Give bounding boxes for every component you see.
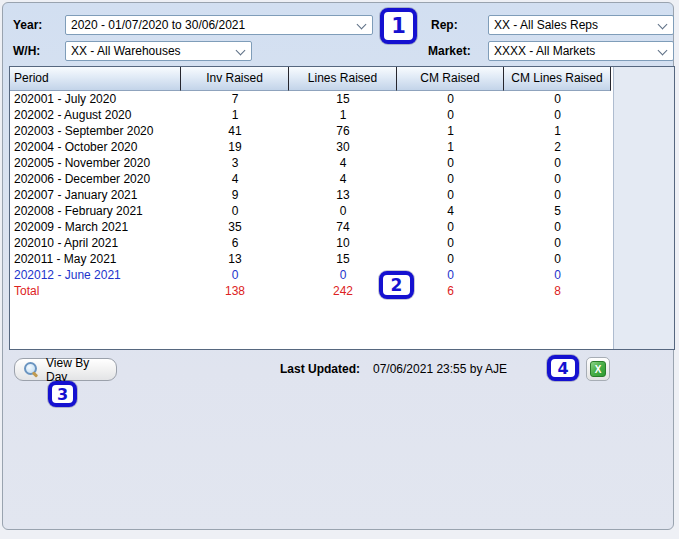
cell-inv-raised: 0 bbox=[181, 267, 289, 283]
table-row[interactable]: 202001 - July 2020 7 15 0 0 bbox=[10, 91, 674, 107]
cell-lines-raised: 10 bbox=[289, 235, 397, 251]
market-label: Market: bbox=[428, 44, 471, 58]
column-header-period[interactable]: Period bbox=[10, 67, 181, 91]
year-label: Year: bbox=[13, 18, 42, 32]
cell-lines-raised: 30 bbox=[289, 139, 397, 155]
cell-cm-lines-raised: 0 bbox=[504, 251, 611, 267]
view-by-day-button[interactable]: View By Day bbox=[14, 358, 117, 381]
cell-inv-raised: 6 bbox=[181, 235, 289, 251]
column-header-cm-lines-raised[interactable]: CM Lines Raised bbox=[504, 67, 611, 91]
cell-lines-raised: 13 bbox=[289, 187, 397, 203]
cell-cm-lines-raised: 0 bbox=[504, 235, 611, 251]
warehouse-select-value: XX - All Warehouses bbox=[71, 44, 181, 58]
magnifier-icon bbox=[24, 362, 39, 377]
last-updated-value: 07/06/2021 23:55 by AJE bbox=[373, 362, 507, 376]
cell-inv-raised: 4 bbox=[181, 171, 289, 187]
cell-cm-raised: 0 bbox=[397, 91, 504, 107]
export-to-excel-button[interactable]: X bbox=[586, 357, 610, 381]
cell-period: Total bbox=[10, 283, 181, 299]
market-select-value: XXXX - All Markets bbox=[494, 44, 595, 58]
table-total-row[interactable]: Total 138 242 6 8 bbox=[10, 283, 674, 299]
chevron-down-icon bbox=[658, 46, 668, 56]
grid-header-row: Period Inv Raised Lines Raised CM Raised… bbox=[10, 67, 674, 91]
cell-cm-lines-raised: 0 bbox=[504, 91, 611, 107]
cell-inv-raised: 41 bbox=[181, 123, 289, 139]
annotation-badge-3: 3 bbox=[48, 381, 77, 407]
cell-lines-raised: 15 bbox=[289, 91, 397, 107]
cell-cm-raised: 0 bbox=[397, 219, 504, 235]
table-row[interactable]: 202004 - October 2020 19 30 1 2 bbox=[10, 139, 674, 155]
cell-period: 202009 - March 2021 bbox=[10, 219, 181, 235]
cell-cm-lines-raised: 1 bbox=[504, 123, 611, 139]
cell-cm-raised: 0 bbox=[397, 187, 504, 203]
cell-inv-raised: 19 bbox=[181, 139, 289, 155]
cell-period: 202008 - February 2021 bbox=[10, 203, 181, 219]
rep-label: Rep: bbox=[431, 18, 458, 32]
cell-cm-lines-raised: 0 bbox=[504, 267, 611, 283]
table-row[interactable]: 202007 - January 2021 9 13 0 0 bbox=[10, 187, 674, 203]
table-row[interactable]: 202002 - August 2020 1 1 0 0 bbox=[10, 107, 674, 123]
rep-select-value: XX - All Sales Reps bbox=[494, 18, 598, 32]
table-row[interactable]: 202005 - November 2020 3 4 0 0 bbox=[10, 155, 674, 171]
cell-lines-raised: 0 bbox=[289, 203, 397, 219]
excel-export-icon: X bbox=[590, 361, 606, 377]
cell-period: 202002 - August 2020 bbox=[10, 107, 181, 123]
cell-cm-raised: 0 bbox=[397, 251, 504, 267]
cell-inv-raised: 1 bbox=[181, 107, 289, 123]
last-updated-label: Last Updated: bbox=[280, 362, 360, 376]
sales-report-window: Year: 2020 - 01/07/2020 to 30/06/2021 Re… bbox=[0, 0, 679, 539]
cell-lines-raised: 74 bbox=[289, 219, 397, 235]
cell-cm-lines-raised: 8 bbox=[504, 283, 611, 299]
cell-cm-raised: 0 bbox=[397, 155, 504, 171]
table-row[interactable]: 202003 - September 2020 41 76 1 1 bbox=[10, 123, 674, 139]
cell-inv-raised: 138 bbox=[181, 283, 289, 299]
cell-inv-raised: 0 bbox=[181, 203, 289, 219]
cell-cm-raised: 1 bbox=[397, 139, 504, 155]
cell-cm-lines-raised: 0 bbox=[504, 171, 611, 187]
cell-lines-raised: 1 bbox=[289, 107, 397, 123]
cell-lines-raised: 4 bbox=[289, 155, 397, 171]
cell-cm-raised: 0 bbox=[397, 107, 504, 123]
cell-period: 202004 - October 2020 bbox=[10, 139, 181, 155]
cell-cm-raised: 4 bbox=[397, 203, 504, 219]
chevron-down-icon bbox=[357, 20, 367, 30]
view-by-day-label: View By Day bbox=[46, 356, 107, 384]
report-panel: Year: 2020 - 01/07/2020 to 30/06/2021 Re… bbox=[2, 2, 674, 530]
cell-period: 202001 - July 2020 bbox=[10, 91, 181, 107]
table-row[interactable]: 202009 - March 2021 35 74 0 0 bbox=[10, 219, 674, 235]
cell-period: 202007 - January 2021 bbox=[10, 187, 181, 203]
year-select[interactable]: 2020 - 01/07/2020 to 30/06/2021 bbox=[65, 15, 373, 35]
column-header-inv-raised[interactable]: Inv Raised bbox=[181, 67, 289, 91]
cell-cm-lines-raised: 2 bbox=[504, 139, 611, 155]
cell-period: 202011 - May 2021 bbox=[10, 251, 181, 267]
warehouse-label: W/H: bbox=[13, 44, 40, 58]
cell-cm-lines-raised: 0 bbox=[504, 219, 611, 235]
cell-lines-raised: 15 bbox=[289, 251, 397, 267]
cell-cm-lines-raised: 5 bbox=[504, 203, 611, 219]
cell-inv-raised: 3 bbox=[181, 155, 289, 171]
table-row[interactable]: 202006 - December 2020 4 4 0 0 bbox=[10, 171, 674, 187]
cell-period: 202003 - September 2020 bbox=[10, 123, 181, 139]
cell-lines-raised: 4 bbox=[289, 171, 397, 187]
table-row[interactable]: 202012 - June 2021 0 0 0 0 bbox=[10, 267, 674, 283]
year-select-value: 2020 - 01/07/2020 to 30/06/2021 bbox=[71, 18, 245, 32]
rep-select[interactable]: XX - All Sales Reps bbox=[488, 15, 674, 35]
cell-period: 202006 - December 2020 bbox=[10, 171, 181, 187]
cell-period: 202012 - June 2021 bbox=[10, 267, 181, 283]
cell-period: 202005 - November 2020 bbox=[10, 155, 181, 171]
table-row[interactable]: 202011 - May 2021 13 15 0 0 bbox=[10, 251, 674, 267]
grid-body: 202001 - July 2020 7 15 0 0 202002 - Aug… bbox=[10, 91, 674, 299]
cell-cm-raised: 0 bbox=[397, 171, 504, 187]
annotation-badge-4: 4 bbox=[547, 355, 579, 381]
market-select[interactable]: XXXX - All Markets bbox=[488, 41, 674, 61]
column-header-lines-raised[interactable]: Lines Raised bbox=[289, 67, 397, 91]
cell-inv-raised: 7 bbox=[181, 91, 289, 107]
table-row[interactable]: 202010 - April 2021 6 10 0 0 bbox=[10, 235, 674, 251]
chevron-down-icon bbox=[236, 46, 246, 56]
column-header-cm-raised[interactable]: CM Raised bbox=[397, 67, 504, 91]
chevron-down-icon bbox=[658, 20, 668, 30]
cell-cm-lines-raised: 0 bbox=[504, 187, 611, 203]
table-row[interactable]: 202008 - February 2021 0 0 4 5 bbox=[10, 203, 674, 219]
warehouse-select[interactable]: XX - All Warehouses bbox=[65, 41, 252, 61]
cell-cm-raised: 0 bbox=[397, 235, 504, 251]
